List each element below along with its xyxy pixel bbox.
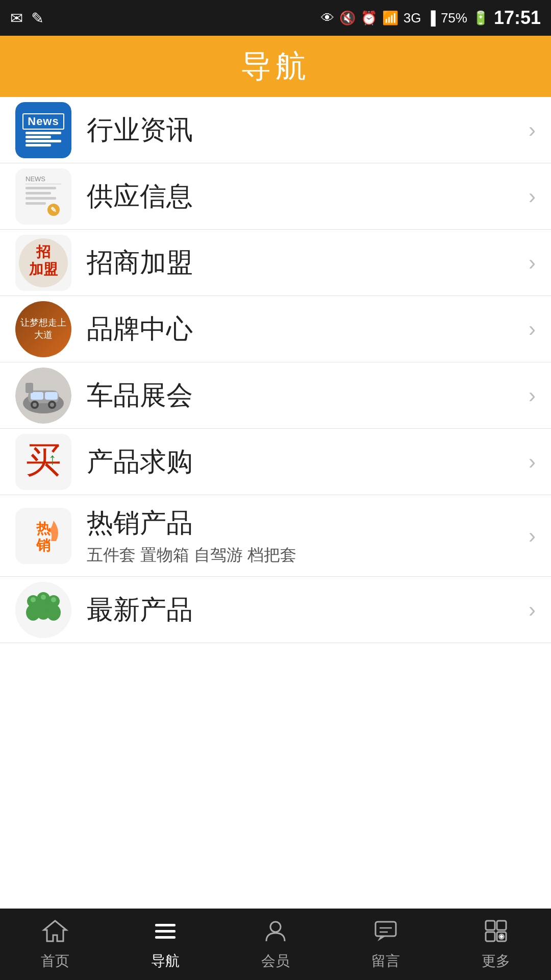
menu-label-buy: 产品求购 <box>87 444 518 480</box>
mail-icon: ✉ <box>10 9 23 27</box>
eye-icon: 👁 <box>321 10 334 26</box>
brand-icon: 让梦想走上大道 <box>15 301 71 357</box>
svg-point-30 <box>31 597 36 602</box>
svg-rect-43 <box>497 921 506 930</box>
arrow-hot: › <box>529 524 536 548</box>
svg-rect-34 <box>155 924 176 926</box>
arrow-buy: › <box>529 450 536 474</box>
arrow-supply: › <box>529 184 536 209</box>
menu-item-hangye[interactable]: News 行业资讯 › <box>0 97 551 163</box>
news-line-3 <box>26 140 61 142</box>
buy-icon-svg: 买 ↑ <box>18 436 69 487</box>
news-icon-label: News <box>22 113 64 130</box>
menu-item-join[interactable]: 招 加盟 招商加盟 › <box>0 230 551 296</box>
svg-point-37 <box>270 922 281 932</box>
nav-item-comment[interactable]: 留言 <box>331 909 441 980</box>
buy-icon: 买 ↑ <box>15 434 71 490</box>
mute-icon: 🔇 <box>339 10 356 26</box>
arrow-hangye: › <box>529 118 536 142</box>
svg-text:↑: ↑ <box>48 450 57 468</box>
svg-point-17 <box>50 403 54 407</box>
page-title: 导航 <box>241 46 310 87</box>
status-bar: ✉ ✎ 👁 🔇 ⏰ 📶 3G ▐ 75% 🔋 17:51 <box>0 0 551 36</box>
expo-icon <box>15 368 71 424</box>
svg-marker-33 <box>44 921 66 941</box>
menu-label-new: 最新产品 <box>87 592 518 628</box>
svg-rect-36 <box>155 936 176 939</box>
svg-rect-12 <box>31 392 43 400</box>
menu-text-buy: 产品求购 <box>87 444 518 480</box>
nav-icon-nav <box>152 918 179 948</box>
svg-rect-38 <box>375 922 396 936</box>
menu-label-join: 招商加盟 <box>87 245 518 281</box>
menu-item-supply[interactable]: NEWS ✎ 供应信息 › <box>0 163 551 230</box>
menu-icon-buy: 买 ↑ <box>15 434 71 490</box>
status-right: 👁 🔇 ⏰ 📶 3G ▐ 75% 🔋 17:51 <box>321 7 541 29</box>
menu-label-supply: 供应信息 <box>87 179 518 214</box>
menu-item-hot[interactable]: 热 销 热销产品 五件套 置物箱 自驾游 档把套 › <box>0 495 551 577</box>
menu-icon-join: 招 加盟 <box>15 235 71 291</box>
nav-item-more[interactable]: 更多 <box>441 909 551 980</box>
svg-point-31 <box>41 595 46 600</box>
svg-text:✎: ✎ <box>51 206 57 214</box>
menu-item-new[interactable]: 最新产品 › <box>0 577 551 643</box>
svg-rect-18 <box>26 383 33 393</box>
menu-icon-hangye: News <box>15 102 71 158</box>
arrow-expo: › <box>529 383 536 408</box>
menu-text-join: 招商加盟 <box>87 245 518 281</box>
menu-item-brand[interactable]: 让梦想走上大道 品牌中心 › <box>0 296 551 362</box>
bottom-nav: 首页 导航 会员 留言 <box>0 909 551 980</box>
menu-label-expo: 车品展会 <box>87 378 518 413</box>
menu-text-expo: 车品展会 <box>87 378 518 413</box>
news-line-2 <box>26 136 51 138</box>
expo-icon-svg <box>15 368 71 424</box>
nav-label-member: 会员 <box>261 951 290 971</box>
more-icon <box>483 918 509 948</box>
nav-label-nav: 导航 <box>151 951 180 971</box>
news-line-1 <box>26 132 61 134</box>
supply-icon-news: NEWS <box>26 175 61 184</box>
battery-label: 75% <box>441 10 467 26</box>
svg-text:招: 招 <box>36 244 51 260</box>
signal-label: 3G <box>404 10 421 26</box>
nav-item-home[interactable]: 首页 <box>0 909 110 980</box>
status-left: ✉ ✎ <box>10 9 44 27</box>
signal-bars-icon: ▐ <box>426 10 435 26</box>
menu-text-hot: 热销产品 五件套 置物箱 自驾游 档把套 <box>87 505 518 567</box>
hot-icon: 热 销 <box>15 508 71 564</box>
menu-label-hot: 热销产品 <box>87 505 518 541</box>
menu-label-hangye: 行业资讯 <box>87 112 518 148</box>
comment-icon <box>372 918 399 948</box>
join-icon: 招 加盟 <box>15 235 71 291</box>
menu-icon-brand: 让梦想走上大道 <box>15 301 71 357</box>
svg-text:热: 热 <box>36 521 51 536</box>
svg-point-29 <box>46 604 61 621</box>
alarm-icon: ⏰ <box>361 10 377 26</box>
nav-item-nav[interactable]: 导航 <box>110 909 220 980</box>
new-icon <box>15 582 71 638</box>
supply-icon-svg: ✎ <box>26 184 61 217</box>
news-line-4 <box>26 144 51 146</box>
svg-rect-42 <box>486 921 495 930</box>
home-icon <box>42 918 68 948</box>
arrow-brand: › <box>529 317 536 341</box>
hot-icon-svg: 热 销 <box>18 510 69 561</box>
nav-item-member[interactable]: 会员 <box>220 909 331 980</box>
header: 导航 <box>0 36 551 97</box>
menu-icon-expo <box>15 368 71 424</box>
menu-item-buy[interactable]: 买 ↑ 产品求购 › <box>0 429 551 495</box>
svg-rect-3 <box>26 202 46 205</box>
menu-sublabel-hot: 五件套 置物箱 自驾游 档把套 <box>87 544 518 567</box>
menu-item-expo[interactable]: 车品展会 › <box>0 362 551 429</box>
svg-rect-2 <box>26 197 56 200</box>
menu-icon-new <box>15 582 71 638</box>
menu-label-brand: 品牌中心 <box>87 311 518 347</box>
nav-label-home: 首页 <box>41 951 69 971</box>
wifi-icon: 📶 <box>382 10 398 26</box>
svg-text:加盟: 加盟 <box>29 261 58 277</box>
svg-rect-13 <box>45 392 58 400</box>
svg-rect-1 <box>26 192 51 194</box>
arrow-join: › <box>529 251 536 275</box>
svg-point-32 <box>51 597 56 602</box>
menu-list: News 行业资讯 › NEWS <box>0 97 551 643</box>
